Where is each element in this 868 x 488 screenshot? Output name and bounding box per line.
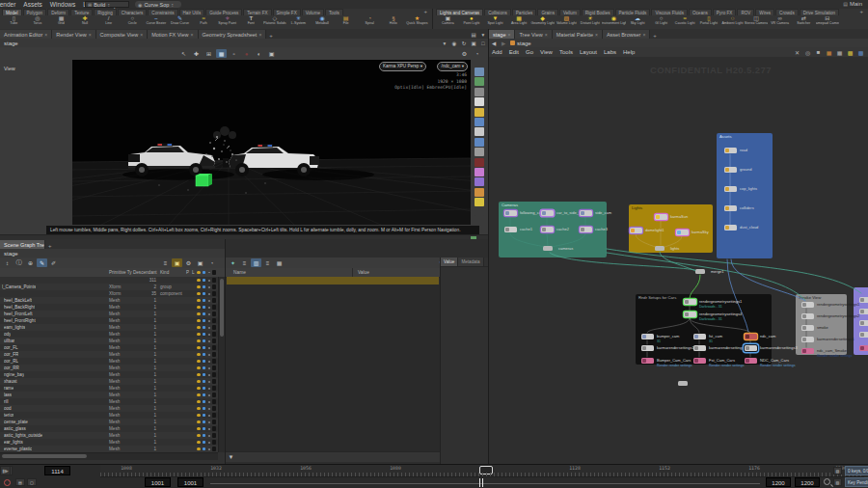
shelf-tab[interactable]: Drive Simulation bbox=[800, 9, 839, 15]
viewport-tool-icon[interactable]: ⚙ bbox=[459, 49, 470, 58]
shelf-tool[interactable]: ◆ Geometry Light bbox=[530, 15, 555, 29]
shelf-tool[interactable]: ▯ Portal Light bbox=[697, 15, 721, 29]
network-canvas[interactable]: CONFIDENTIAL H20.5.277 Cameras Lights As… bbox=[489, 57, 868, 464]
keys-count-button[interactable]: 0 keys, 0/0 bbox=[845, 466, 868, 475]
activation-dot[interactable] bbox=[203, 420, 205, 423]
network-node[interactable]: merge1 bbox=[695, 269, 705, 274]
shelf-tool[interactable]: ◇ Platonic Solids bbox=[263, 15, 287, 29]
network-node[interactable]: rendergeometrysettings1 bbox=[801, 302, 814, 308]
shelf-tab[interactable]: Rigging bbox=[94, 9, 117, 15]
shelf-tool[interactable]: ○ Circle bbox=[121, 15, 145, 29]
activation-dot[interactable] bbox=[203, 393, 205, 396]
shelf-tab[interactable]: Collisions bbox=[484, 9, 511, 15]
tree-toolbar-icon[interactable]: ⚙ bbox=[183, 258, 194, 267]
viewport-tool-icon[interactable]: ▫ bbox=[229, 49, 239, 58]
network-toolbar-icon[interactable]: ▦ bbox=[835, 48, 844, 57]
network-node[interactable] bbox=[859, 332, 868, 338]
visibility-dot[interactable] bbox=[197, 319, 201, 323]
network-node[interactable]: karmaSky bbox=[676, 230, 689, 235]
tree-row[interactable]: heel_BackLeft Mesh 1 bbox=[0, 297, 218, 304]
shelf-tool[interactable]: ▼ Spot Light bbox=[483, 15, 507, 29]
shelf-tool[interactable]: / Line bbox=[96, 15, 121, 29]
network-menu-item[interactable]: Add bbox=[492, 49, 502, 55]
network-node[interactable]: fst_cam 31 bbox=[693, 334, 706, 339]
tree-row[interactable]: oor_RL Mesh 1 bbox=[0, 358, 218, 365]
visibility-dot[interactable] bbox=[197, 420, 201, 424]
tree-toolbar-icon[interactable]: ▣ bbox=[172, 258, 182, 267]
shelf-tool[interactable]: ▤ File bbox=[334, 15, 358, 29]
selected-property-row[interactable] bbox=[227, 277, 439, 285]
activation-dot[interactable] bbox=[203, 333, 205, 336]
range-start2-field[interactable]: 1001 bbox=[177, 477, 203, 487]
network-menu-item[interactable]: Edit bbox=[509, 49, 519, 55]
viewport-tool-icon[interactable]: ↖ bbox=[178, 49, 189, 58]
visibility-dot[interactable] bbox=[197, 434, 201, 438]
viewport-tool-icon[interactable]: ▦ bbox=[216, 49, 227, 58]
activation-dot[interactable] bbox=[203, 346, 205, 349]
shelf-tool[interactable]: ✚ Null bbox=[73, 15, 97, 29]
tree-row[interactable]: l_Camera_Points Xform 2 group bbox=[0, 284, 218, 290]
tree-toolbar-icon[interactable]: ◔ bbox=[206, 258, 217, 267]
tree-row[interactable]: ody Mesh 1 bbox=[0, 331, 218, 338]
viewport-side-icon[interactable] bbox=[475, 198, 484, 206]
network-path[interactable]: stage bbox=[517, 41, 531, 46]
activation-dot[interactable] bbox=[203, 285, 205, 288]
shelf-tab[interactable]: Polygon bbox=[23, 9, 47, 15]
tree-row[interactable]: eam_lights Mesh 1 bbox=[0, 324, 218, 331]
network-node[interactable]: Bumper_Cam_Cars Render render settings bbox=[641, 358, 654, 364]
tree-path[interactable]: stage bbox=[0, 251, 18, 257]
viewport-side-icon[interactable] bbox=[475, 158, 484, 167]
hydra-flag[interactable] bbox=[212, 325, 216, 329]
shelf-add-tab[interactable]: + bbox=[856, 9, 866, 14]
network-toolbar-icon[interactable]: ▩ bbox=[846, 48, 854, 57]
pathbar-icon[interactable]: ↻ bbox=[459, 39, 469, 47]
step-button[interactable]: ▮▶ bbox=[0, 466, 11, 475]
pane-tab[interactable]: Material Palette× bbox=[553, 30, 603, 39]
pane-tab[interactable]: Asset Browser× bbox=[603, 30, 650, 39]
shelf-tab[interactable]: Tools bbox=[325, 9, 343, 15]
menu-item[interactable]: Windows bbox=[46, 1, 79, 8]
shelf-tab[interactable]: Model bbox=[2, 9, 22, 15]
viewport-side-icon[interactable] bbox=[475, 88, 484, 96]
activation-dot[interactable] bbox=[203, 434, 205, 437]
network-menu-item[interactable]: Tools bbox=[559, 49, 573, 55]
shelf-tab[interactable]: Oceans bbox=[689, 9, 712, 15]
details-toolbar-icon[interactable]: ≡ bbox=[239, 258, 250, 267]
viewport-side-icon[interactable] bbox=[475, 127, 484, 136]
activation-dot[interactable] bbox=[203, 380, 205, 383]
network-node[interactable]: cop_lights bbox=[724, 186, 737, 192]
hydra-flag[interactable] bbox=[212, 379, 216, 383]
visibility-dot[interactable] bbox=[197, 306, 201, 310]
shelf-tab[interactable]: Characters bbox=[118, 9, 147, 15]
visibility-dot[interactable] bbox=[197, 427, 201, 431]
shelf-tool[interactable]: ✧ Spray Paint bbox=[215, 15, 239, 29]
timeline-side-icon[interactable]: ▨ bbox=[833, 478, 842, 486]
visibility-dot[interactable] bbox=[197, 447, 201, 451]
shelf-tab[interactable]: Constraints bbox=[148, 9, 177, 15]
activation-dot[interactable] bbox=[203, 339, 205, 342]
frame-ruler[interactable]: 100810321056108011041128115211761200 bbox=[100, 465, 864, 477]
shelf-tool[interactable]: ▣ Camera bbox=[436, 15, 460, 29]
hydra-flag[interactable] bbox=[212, 413, 216, 417]
hydra-flag[interactable] bbox=[212, 332, 216, 336]
tree-row[interactable]: lass Mesh 1 bbox=[0, 392, 218, 398]
tree-vscrollbar[interactable] bbox=[218, 277, 225, 452]
pane-menu-icon[interactable]: ▤ bbox=[469, 30, 478, 39]
tree-row[interactable]: heel_FrontRight Mesh 1 bbox=[0, 317, 218, 324]
network-menu-item[interactable]: View bbox=[540, 49, 553, 55]
shelf-tool[interactable]: ☁ Sky Light bbox=[626, 15, 650, 29]
network-node[interactable]: karmarendersettings1 bbox=[641, 345, 654, 351]
shelf-tool[interactable]: ▦ Grid bbox=[49, 15, 73, 29]
viewport-canvas[interactable]: Karma XPU Persp ▾ /ndc_cam ▾ 3:46 1920 ×… bbox=[72, 60, 471, 225]
inspector-tab[interactable]: Value bbox=[441, 258, 458, 266]
viewport-side-icon[interactable] bbox=[475, 148, 484, 156]
playhead[interactable] bbox=[479, 466, 493, 474]
network-node[interactable]: side_cam bbox=[580, 210, 592, 216]
network-node[interactable] bbox=[678, 381, 688, 386]
visibility-dot[interactable] bbox=[197, 292, 201, 296]
network-node[interactable]: rendergeometrysettings2 bbox=[801, 313, 814, 319]
activation-dot[interactable] bbox=[203, 306, 205, 309]
activation-dot[interactable] bbox=[203, 427, 205, 430]
network-node[interactable]: domelight1 bbox=[630, 228, 642, 233]
shelf-tool[interactable]: ◔ Spiral bbox=[358, 15, 382, 29]
